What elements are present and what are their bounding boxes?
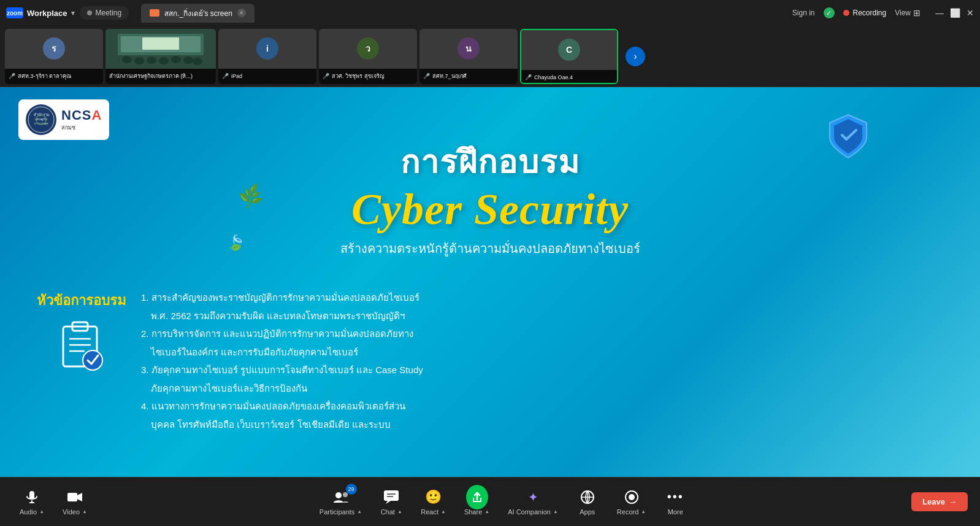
screen-icon bbox=[150, 9, 159, 17]
participant-name-bar: 🎤 สศท.3-รุจิรา ตาลาคุณ bbox=[5, 69, 103, 84]
apps-icon bbox=[576, 489, 599, 506]
zoom-icon: zoom bbox=[6, 7, 23, 18]
toolbar-right-group: Leave → bbox=[911, 492, 968, 511]
toolbar: Audio ▲ Video ▲ bbox=[0, 477, 980, 526]
participant-card[interactable]: สำนักงานเศรษฐกิจเกษตรภาค (หิ...) bbox=[105, 29, 216, 84]
chat-icon bbox=[380, 489, 402, 506]
maximize-button[interactable]: ⬜ bbox=[950, 8, 960, 18]
participant-thumb: C bbox=[521, 30, 617, 70]
svg-point-4 bbox=[122, 56, 132, 63]
chat-caret[interactable]: ▲ bbox=[397, 509, 402, 514]
participant-card[interactable]: ว 🎤 สวศ. วิชชุพร สุขเจริญ bbox=[319, 29, 417, 84]
more-icon: ••• bbox=[664, 489, 686, 506]
participant-card[interactable]: i 🎤 iPad bbox=[218, 29, 316, 84]
audio-button[interactable]: Audio ▲ bbox=[12, 485, 52, 519]
audio-caret[interactable]: ▲ bbox=[39, 509, 44, 514]
view-label: View bbox=[895, 9, 911, 17]
leave-button[interactable]: Leave → bbox=[911, 492, 968, 511]
chat-button[interactable]: Chat ▲ bbox=[373, 485, 410, 519]
sign-in-button[interactable]: Sign in bbox=[792, 9, 815, 17]
slide-item-3-cont: ภัยคุกคามทางไซเบอร์และวิธีการป้องกัน bbox=[141, 381, 943, 396]
tab-close-button[interactable]: ✕ bbox=[237, 9, 246, 17]
participants-badge: 29 bbox=[346, 484, 357, 495]
classroom-video-thumb bbox=[105, 29, 216, 69]
view-icon: ⊞ bbox=[913, 8, 921, 18]
app-dropdown-arrow[interactable]: ▾ bbox=[71, 9, 75, 17]
svg-point-7 bbox=[159, 57, 169, 64]
video-caret[interactable]: ▲ bbox=[82, 509, 87, 514]
participant-name-bar: 🎤 Chayuda Oae.4 bbox=[521, 70, 617, 84]
share-circle bbox=[466, 485, 488, 509]
participant-thumb: ร bbox=[5, 29, 103, 69]
view-button[interactable]: View ⊞ bbox=[895, 8, 921, 18]
slide-title-english: Cyber Security bbox=[0, 184, 980, 235]
record-label: Record bbox=[617, 508, 638, 516]
audio-label: Audio bbox=[20, 508, 37, 516]
ai-caret[interactable]: ▲ bbox=[553, 509, 558, 514]
video-icon bbox=[64, 489, 86, 506]
participants-label: Participants bbox=[320, 508, 354, 516]
avatar: ว bbox=[357, 37, 379, 60]
meeting-tab[interactable]: Meeting bbox=[80, 6, 129, 20]
react-button[interactable]: 🙂 React ▲ bbox=[413, 485, 453, 519]
screen-share-label: สสก._กิ่งเดย์'s screen bbox=[164, 7, 232, 19]
participant-card-active[interactable]: C 🎤 Chayuda Oae.4 bbox=[520, 29, 618, 84]
recording-dot bbox=[843, 10, 849, 16]
share-icon bbox=[466, 489, 488, 506]
avatar: i bbox=[256, 37, 278, 60]
screen-share-tab[interactable]: สสก._กิ่งเดย์'s screen ✕ bbox=[141, 4, 255, 23]
slide-item-1-cont: พ.ศ. 2562 รวมถึงความรับผิด และบทลงโทษตาม… bbox=[141, 308, 943, 324]
avatar: ร bbox=[43, 37, 65, 60]
svg-rect-28 bbox=[384, 490, 399, 501]
participants-caret[interactable]: ▲ bbox=[357, 509, 362, 514]
more-button[interactable]: ••• More bbox=[657, 485, 694, 519]
slide-section-heading: หัวข้อการอบรม bbox=[37, 290, 126, 311]
recording-text: Recording bbox=[853, 9, 887, 17]
video-button[interactable]: Video ▲ bbox=[55, 485, 94, 519]
slide-body: หัวข้อการอบรม 1. สาระสำคัญของพระราชบัญญั… bbox=[37, 290, 943, 435]
ai-companion-icon: ✦ bbox=[522, 489, 544, 506]
react-label: React bbox=[421, 508, 438, 516]
participant-thumb bbox=[105, 29, 216, 69]
record-button[interactable]: Record ▲ bbox=[610, 485, 653, 519]
ai-label: AI Companion bbox=[508, 508, 551, 516]
record-caret[interactable]: ▲ bbox=[641, 509, 646, 514]
participants-button[interactable]: 29 Participants ▲ bbox=[312, 485, 369, 519]
clipboard-icon bbox=[57, 317, 106, 373]
participant-name-bar: 🎤 iPad bbox=[218, 69, 316, 84]
minimize-button[interactable]: — bbox=[935, 8, 944, 18]
slide-subtitle: สร้างความตระหนักรู้ด้านความมั่นคงปลอดภัย… bbox=[0, 239, 980, 258]
participant-name-bar: 🎤 สวศ. วิชชุพร สุขเจริญ bbox=[319, 69, 417, 84]
svg-point-10 bbox=[193, 58, 202, 65]
slide-title-thai: การฝึกอบรม bbox=[0, 136, 980, 187]
participant-card[interactable]: น 🎤 สศท.7_นฤเกศี bbox=[419, 29, 518, 84]
chat-label: Chat bbox=[381, 508, 395, 516]
share-button[interactable]: Share ▲ bbox=[457, 485, 497, 519]
close-button[interactable]: ✕ bbox=[967, 8, 974, 18]
avatar: น bbox=[457, 37, 480, 60]
slide-item-2: 2. การบริหารจัดการ และแนวปฏิบัติการรักษา… bbox=[141, 326, 943, 342]
ai-companion-button[interactable]: ✦ AI Companion ▲ bbox=[500, 485, 565, 519]
apps-label: Apps bbox=[580, 508, 595, 516]
react-caret[interactable]: ▲ bbox=[441, 509, 446, 514]
record-icon bbox=[621, 489, 643, 506]
ncsa-main-text: NCSA bbox=[61, 107, 102, 123]
slide-item-2-cont: ไซเบอร์ในองค์กร และการรับมือกับภัยคุกคาม… bbox=[141, 344, 943, 360]
toolbar-left-group: Audio ▲ Video ▲ bbox=[12, 485, 94, 519]
leave-icon: → bbox=[949, 497, 957, 506]
apps-button[interactable]: Apps bbox=[569, 485, 606, 519]
participant-name-bar: 🎤 สศท.7_นฤเกศี bbox=[419, 69, 518, 84]
scroll-next-button[interactable]: › bbox=[626, 47, 645, 66]
more-label: More bbox=[668, 508, 683, 516]
svg-point-5 bbox=[134, 57, 144, 64]
avatar: C bbox=[558, 39, 580, 61]
slide-title-area: การฝึกอบรม Cyber Security สร้างความตระหน… bbox=[0, 130, 980, 258]
slide-item-4: 4. แนวทางการรักษาความมั่นคงปลอดภัยของเคร… bbox=[141, 398, 943, 414]
participant-thumb: น bbox=[419, 29, 518, 69]
meeting-label: Meeting bbox=[96, 9, 122, 17]
security-shield-icon: ✓ bbox=[824, 7, 835, 18]
slide-item-4-cont: บุคคล โทรศัพท์มือถือ เว็บเบราว์เซอร์ โซเ… bbox=[141, 417, 943, 433]
share-caret[interactable]: ▲ bbox=[484, 509, 489, 514]
participant-card[interactable]: ร 🎤 สศท.3-รุจิรา ตาลาคุณ bbox=[5, 29, 103, 84]
titlebar-left: zoom Workplace ▾ Meeting สสก._กิ่งเดย์'s… bbox=[6, 4, 255, 23]
